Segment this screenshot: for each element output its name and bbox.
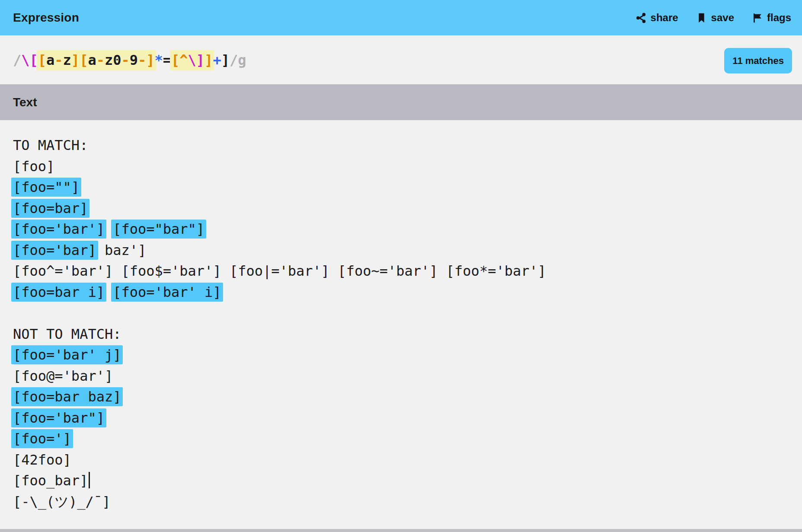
text-segment: NOT TO MATCH: — [13, 326, 121, 342]
match-highlight: [foo='bar' i] — [111, 283, 223, 302]
text-segment: [foo] — [13, 158, 54, 175]
regex-token: + — [213, 52, 221, 68]
text-section-title: Text — [13, 96, 37, 109]
match-highlight: [foo='] — [11, 429, 73, 448]
regex-token: 0 — [113, 50, 121, 70]
regex-token: [ — [80, 50, 88, 70]
regex-token: / — [230, 52, 238, 68]
regex-token: [ — [37, 50, 46, 70]
regex-token: \[ — [21, 52, 38, 68]
match-highlight: [foo='bar' j] — [11, 345, 123, 364]
bottom-divider — [0, 529, 802, 532]
text-line: [foo='bar] baz'] — [13, 240, 789, 261]
text-line: [foo] — [13, 156, 789, 177]
match-highlight: [foo="bar"] — [111, 220, 206, 239]
text-segment: [foo_bar] — [13, 472, 88, 489]
text-line: [foo='] — [13, 428, 789, 449]
match-count-label: 11 matches — [732, 55, 784, 67]
match-highlight: [foo=bar baz] — [11, 387, 123, 406]
regex-token: a — [46, 50, 54, 70]
text-line: [foo=bar] — [13, 198, 789, 219]
match-highlight: [foo=bar i] — [11, 283, 106, 302]
share-button-label: share — [651, 12, 678, 24]
regex-token: 9 — [130, 50, 138, 70]
expression-row: /\[[a-z][a-z0-9-]*=[^\]]+]/g 11 matches — [0, 35, 802, 84]
regex-token: \] — [188, 50, 205, 70]
regex-token: - — [138, 50, 146, 70]
text-line: [foo='bar"] — [13, 408, 789, 429]
match-highlight: [foo=bar] — [11, 199, 89, 218]
flag-icon — [751, 12, 763, 24]
regex-token: z — [105, 50, 113, 70]
text-section-bar: Text — [0, 84, 802, 120]
text-line: [foo=bar i] [foo='bar' i] — [13, 282, 789, 303]
text-segment: TO MATCH: — [13, 137, 88, 153]
text-segment: [42foo] — [13, 452, 71, 468]
regex-token: a — [88, 50, 96, 70]
regex-token: / — [13, 52, 21, 68]
regex-input[interactable]: /\[[a-z][a-z0-9-]*=[^\]]+]/g — [13, 52, 246, 68]
regex-token: ^ — [179, 50, 188, 70]
bookmark-icon — [696, 12, 707, 24]
regex-token: ] — [221, 52, 230, 68]
text-segment: [foo@='bar'] — [13, 368, 113, 384]
header-actions: share save flags — [635, 12, 791, 24]
text-cursor — [89, 472, 90, 488]
regex-token: g — [238, 52, 246, 68]
text-segment: baz'] — [96, 242, 147, 258]
share-button[interactable]: share — [635, 12, 678, 24]
flags-button[interactable]: flags — [751, 12, 791, 24]
text-segment: [-\_(ツ)_/¯] — [13, 494, 110, 510]
flags-button-label: flags — [767, 12, 791, 24]
match-count-badge: 11 matches — [724, 48, 792, 73]
match-highlight: [foo='bar"] — [11, 408, 106, 427]
text-line: [42foo] — [13, 449, 789, 471]
match-highlight: [foo='bar] — [11, 241, 98, 260]
text-segment: [foo^='bar'] [foo$='bar'] [foo|='bar'] [… — [13, 263, 546, 279]
share-icon — [635, 12, 647, 24]
regex-token: ] — [71, 50, 80, 70]
regex-token: - — [54, 50, 63, 70]
save-button[interactable]: save — [696, 12, 734, 24]
regex-token: - — [96, 50, 105, 70]
match-highlight: [foo=""] — [11, 178, 81, 197]
regex-token: - — [121, 50, 129, 70]
text-line: TO MATCH: — [13, 135, 789, 156]
expression-header: Expression share save — [0, 0, 802, 35]
page-title: Expression — [13, 11, 79, 25]
regex-token: z — [63, 50, 71, 70]
match-highlight: [foo='bar'] — [11, 220, 106, 239]
text-line: [-\_(ツ)_/¯] — [13, 491, 789, 513]
text-line: [foo='bar'] [foo="bar"] — [13, 219, 789, 240]
text-line: [foo='bar' j] — [13, 344, 789, 366]
regex-token: * — [155, 52, 163, 68]
text-line: [foo^='bar'] [foo$='bar'] [foo|='bar'] [… — [13, 261, 789, 282]
text-line: [foo@='bar'] — [13, 366, 789, 387]
text-line: [foo=bar baz] — [13, 386, 789, 408]
text-line: NOT TO MATCH: — [13, 324, 789, 345]
test-text-area[interactable]: TO MATCH:[foo][foo=""][foo=bar][foo='bar… — [0, 120, 802, 512]
text-line: [foo_bar] — [13, 470, 789, 491]
text-line: [foo=""] — [13, 177, 789, 198]
save-button-label: save — [711, 12, 734, 24]
text-line — [13, 303, 789, 324]
regex-token: [ — [170, 50, 179, 70]
